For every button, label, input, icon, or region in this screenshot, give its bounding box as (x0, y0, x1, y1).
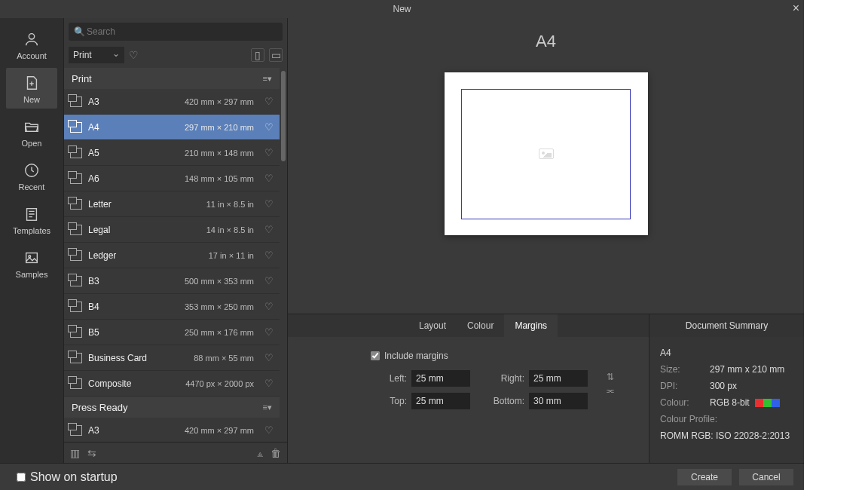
preset-dims: 353 mm × 250 mm (185, 302, 254, 311)
preset-name: B3 (88, 276, 179, 286)
group-menu-icon[interactable]: ≡▾ (263, 403, 272, 412)
page-preview (445, 72, 648, 235)
create-button[interactable]: Create (677, 469, 732, 485)
page-icon (70, 353, 82, 363)
nav-account[interactable]: Account (6, 24, 57, 65)
preset-dims: 11 in × 8.5 in (206, 200, 254, 209)
preset-row-b5[interactable]: B5 250 mm × 176 mm ♡ (64, 320, 280, 345)
nav-open[interactable]: Open (6, 112, 57, 152)
include-margins-label: Include margins (384, 351, 448, 361)
heart-icon[interactable]: ♡ (264, 275, 274, 286)
titlebar: New × (0, 0, 804, 18)
preset-row-a4[interactable]: A4 297 mm × 210 mm ♡ (64, 115, 280, 140)
summary-colour-label: Colour: (660, 397, 710, 408)
cancel-button[interactable]: Cancel (739, 469, 793, 485)
show-on-startup-checkbox[interactable] (17, 473, 26, 482)
preset-row-b4[interactable]: B4 353 mm × 250 mm ♡ (64, 294, 280, 320)
footer: Show on startup Create Cancel (0, 463, 804, 490)
nav-recent[interactable]: Recent (6, 155, 57, 196)
preset-row-a5[interactable]: A5 210 mm × 148 mm ♡ (64, 140, 280, 166)
add-preset-icon[interactable]: ▥ (70, 447, 80, 459)
group-title: Press Ready (72, 402, 127, 413)
landscape-icon[interactable]: ▭ (269, 48, 283, 62)
preset-name: A6 (88, 173, 179, 184)
category-select[interactable]: Print (69, 47, 124, 63)
preset-row-legal[interactable]: Legal 14 in × 8.5 in ♡ (64, 217, 280, 243)
heart-icon[interactable]: ♡ (264, 301, 274, 312)
preset-name: B5 (88, 327, 179, 338)
preset-scrollbar[interactable] (281, 71, 286, 161)
heart-icon[interactable]: ♡ (264, 96, 274, 107)
search-input[interactable] (69, 23, 283, 41)
nav-label: Open (22, 139, 42, 148)
delete-icon[interactable]: 🗑 (270, 447, 281, 459)
margin-bottom-input[interactable] (529, 393, 588, 409)
nav-label: Templates (13, 226, 50, 235)
margin-top-input[interactable] (411, 393, 470, 409)
group-header-print: Print ≡▾ (64, 68, 280, 89)
preset-row-a6[interactable]: A6 148 mm × 105 mm ♡ (64, 166, 280, 191)
swatch-green (763, 399, 772, 407)
preset-row-composite[interactable]: Composite 4470 px × 2000 px ♡ (64, 371, 280, 397)
tab-layout[interactable]: Layout (408, 314, 457, 337)
window-title: New (393, 4, 411, 14)
favorite-filter-icon[interactable]: ♡ (129, 49, 139, 61)
heart-icon[interactable]: ♡ (264, 147, 274, 158)
margins-panel: Include margins Left: Top: (288, 337, 649, 463)
preset-row-press-a3[interactable]: A3 420 mm × 297 mm ♡ (64, 418, 280, 442)
nav-new[interactable]: New (6, 68, 57, 109)
preset-name: Letter (88, 199, 200, 210)
summary-size: 297 mm x 210 mm (710, 364, 784, 375)
preset-row-ledger[interactable]: Ledger 17 in × 11 in ♡ (64, 243, 280, 268)
preset-row-a3[interactable]: A3 420 mm × 297 mm ♡ (64, 89, 280, 115)
link-margins-icon[interactable]: ⇅ (607, 372, 614, 382)
group-menu-icon[interactable]: ≡▾ (263, 74, 272, 84)
nav-label: Recent (19, 182, 45, 191)
preset-name: Business Card (88, 353, 188, 363)
page-icon (70, 225, 82, 235)
heart-icon[interactable]: ♡ (264, 198, 274, 210)
summary-name: A4 (660, 348, 793, 358)
show-on-startup-label: Show on startup (30, 470, 118, 484)
heart-icon[interactable]: ♡ (264, 424, 274, 436)
portrait-icon[interactable]: ▯ (251, 48, 264, 62)
page-margin-box (461, 89, 631, 219)
close-icon[interactable]: × (793, 2, 799, 15)
heart-icon[interactable]: ♡ (264, 326, 274, 338)
page-icon (70, 378, 82, 389)
margin-left-input[interactable] (411, 370, 470, 387)
margin-left-label: Left: (371, 373, 407, 384)
organize-icon[interactable]: ⇆ (87, 447, 96, 459)
templates-icon (21, 205, 42, 223)
heart-icon[interactable]: ♡ (264, 352, 274, 363)
preset-dims: 420 mm × 297 mm (185, 97, 254, 106)
preset-dims: 250 mm × 176 mm (185, 328, 254, 337)
page-icon (70, 96, 82, 107)
preset-name: Ledger (88, 250, 203, 261)
nav-samples[interactable]: Samples (6, 243, 57, 283)
preset-name: A5 (88, 148, 179, 158)
heart-icon[interactable]: ♡ (264, 224, 274, 235)
tab-margins[interactable]: Margins (504, 314, 558, 337)
image-icon (21, 249, 42, 267)
tab-colour[interactable]: Colour (457, 314, 504, 337)
heart-icon[interactable]: ♡ (264, 121, 274, 133)
margin-right-input[interactable] (529, 370, 588, 387)
rename-icon[interactable]: ⟁ (257, 447, 263, 459)
preset-row-letter[interactable]: Letter 11 in × 8.5 in ♡ (64, 191, 280, 217)
heart-icon[interactable]: ♡ (264, 250, 274, 261)
heart-icon[interactable]: ♡ (264, 173, 274, 184)
summary-profile-label: Colour Profile: (660, 414, 717, 424)
heart-icon[interactable]: ♡ (264, 378, 274, 389)
preset-row-business-card[interactable]: Business Card 88 mm × 55 mm ♡ (64, 345, 280, 371)
svg-point-0 (29, 34, 34, 39)
page-icon (70, 199, 82, 210)
nav-templates[interactable]: Templates (6, 199, 57, 240)
summary-dpi: 300 px (710, 381, 737, 391)
page-icon (70, 122, 82, 133)
include-margins-checkbox[interactable] (371, 351, 380, 360)
presets-panel: 🔍 Print ♡ ▯ ▭ Print ≡▾ (63, 18, 288, 463)
preset-row-b3[interactable]: B3 500 mm × 353 mm ♡ (64, 268, 280, 294)
person-icon (21, 30, 42, 48)
unlink-margins-icon[interactable]: ⫘ (606, 385, 615, 396)
